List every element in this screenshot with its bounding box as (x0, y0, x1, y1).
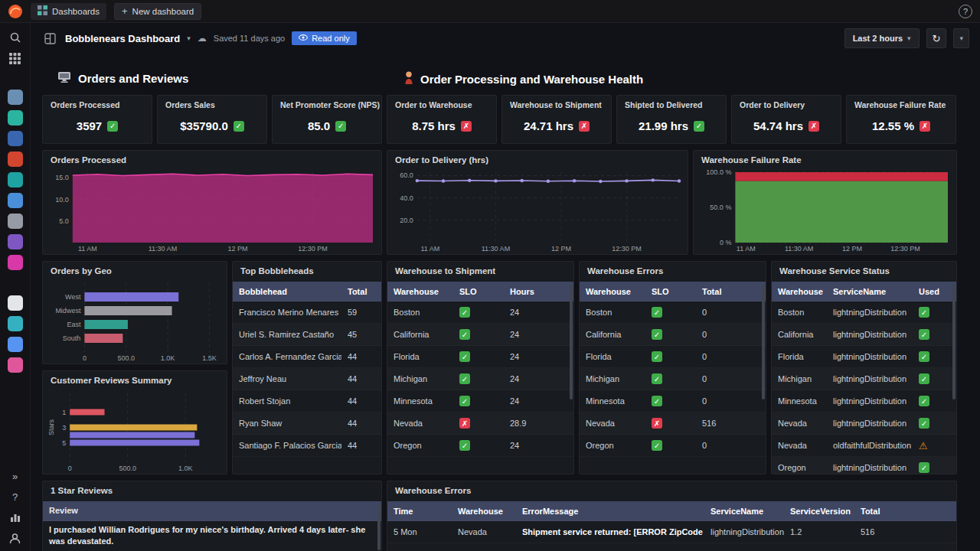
table-cell: Ryan Shaw (233, 419, 341, 428)
panel-title[interactable]: Warehouse Service Status (772, 262, 956, 280)
new-dashboard-button[interactable]: + New dashboard (114, 3, 201, 20)
bars-plugin-icon[interactable] (8, 337, 23, 352)
table-header-row: WarehouseServiceNameUsed (772, 282, 956, 302)
table-scrollbar[interactable] (952, 285, 956, 399)
column-header[interactable]: Total (341, 287, 381, 296)
table-scrollbar[interactable] (377, 504, 381, 550)
column-header[interactable]: ServiceName (827, 287, 913, 296)
column-header[interactable]: Bobblehead (233, 287, 341, 296)
chevron-down-icon[interactable]: ▾ (187, 34, 191, 42)
table-scrollbar[interactable] (570, 285, 573, 399)
panel-title[interactable]: Order to Delivery (hrs) (387, 151, 688, 169)
column-header[interactable]: Total (696, 287, 766, 296)
dashboard-title[interactable]: Bobblenears Dashboard (65, 33, 180, 44)
refresh-button[interactable]: ↻ (926, 28, 947, 48)
column-header[interactable]: Total (854, 507, 956, 516)
ok-status-icon: ✓ (459, 373, 470, 384)
panel-title[interactable]: Orders by Geo (43, 262, 227, 280)
grid-app-plugin-icon[interactable] (8, 193, 23, 208)
alert-plugin-icon[interactable] (8, 152, 23, 167)
expand-sidebar-icon[interactable]: » (6, 467, 24, 485)
panel-title[interactable]: Top Bobbleheads (233, 262, 381, 280)
orders-processed-chart[interactable]: 5.010.015.011 AM11:30 AM12 PM12:30 PM (47, 169, 377, 253)
column-header[interactable]: SLO (645, 287, 696, 296)
stat-title[interactable]: Orders Processed (43, 96, 152, 114)
search-icon[interactable] (6, 28, 24, 47)
wave-plugin-icon[interactable] (8, 110, 23, 126)
table-row: Florida✓0 (580, 346, 766, 368)
table-cell: 59 (341, 308, 381, 317)
column-header[interactable]: Warehouse (772, 287, 827, 296)
panel-title[interactable]: Orders Processed (43, 151, 381, 169)
table-scrollbar[interactable] (762, 285, 765, 399)
column-header[interactable]: ServiceName (704, 507, 784, 516)
panel-title[interactable]: Warehouse Errors (387, 481, 956, 500)
top-bobbleheads-table: BobbleheadTotalFrancisco Merino Menares5… (233, 282, 381, 474)
column-header[interactable]: ErrorMessage (516, 507, 704, 516)
pink-plugin-icon[interactable] (8, 357, 23, 373)
table-cell: lightningDistribution (827, 396, 913, 406)
table-cell: Nevada (387, 419, 453, 428)
column-header[interactable]: Time (387, 507, 452, 516)
table-cell: Minnesota (580, 396, 645, 406)
column-header[interactable]: Warehouse (452, 507, 516, 516)
orders-by-geo-chart[interactable]: 0500.01.0K1.5KWestMidwestEastSouth (47, 280, 222, 362)
panel-title[interactable]: Warehouse Failure Rate (694, 151, 956, 169)
panel-title[interactable]: 1 Star Reviews (43, 481, 381, 500)
stat-value: 21.99 hrs✓ (617, 119, 726, 132)
stat-title[interactable]: Order to Warehouse (387, 96, 496, 114)
readonly-badge[interactable]: Read only (292, 31, 357, 45)
stat-title[interactable]: Order to Delivery (732, 96, 841, 114)
stat-title[interactable]: Shipted to Delivered (617, 96, 726, 114)
refresh-interval-dropdown[interactable]: ▾ (953, 28, 969, 48)
column-header[interactable]: Warehouse (580, 287, 645, 296)
ok-status-icon: ✓ (919, 418, 929, 429)
doc-plugin-icon[interactable] (8, 295, 23, 311)
table-cell: Florida (387, 352, 453, 361)
column-header[interactable]: ServiceVersion (784, 507, 854, 516)
monitor-plugin-icon[interactable] (8, 90, 23, 105)
warehouse-failure-rate-chart[interactable]: 0 %50.0 %100.0 %11 AM11:30 AM12 PM12:30 … (698, 169, 952, 253)
table-cell: 44 (341, 441, 381, 450)
stat-title[interactable]: Net Promoter Score (NPS) (273, 96, 381, 114)
svg-text:1.5K: 1.5K (202, 354, 217, 362)
time-range-picker[interactable]: Last 2 hours ▾ (844, 28, 920, 48)
column-header[interactable]: SLO (453, 287, 504, 296)
table-row: OregonlightningDistribution✓ (772, 457, 956, 474)
table-cell: lightningDistribution (827, 463, 913, 472)
table-cell: 44 (341, 352, 381, 361)
globe-plugin-icon[interactable] (8, 131, 23, 146)
apps-grid-icon[interactable] (6, 49, 24, 67)
teal2-plugin-icon[interactable] (8, 316, 23, 331)
help-icon-sidebar[interactable]: ? (6, 487, 24, 506)
table-row: Ryan Shaw44 (233, 412, 381, 435)
panel-title[interactable]: Warehouse to Shipment (387, 262, 573, 280)
table-header-row: TimeWarehouseErrorMessageServiceNameServ… (387, 501, 956, 521)
panel-title[interactable]: Warehouse Errors (580, 262, 766, 280)
ok-status-icon: ✓ (459, 329, 470, 340)
profile-icon[interactable] (6, 529, 24, 547)
column-header[interactable]: Used (913, 287, 956, 296)
stats-icon[interactable] (6, 508, 24, 527)
help-icon[interactable]: ? (959, 5, 972, 18)
nav-dashboards[interactable]: Dashboards (31, 3, 106, 20)
stat-title[interactable]: Warehouse Failure Rate (847, 96, 956, 114)
column-header[interactable]: Hours (504, 287, 573, 296)
table-cell: 0 (696, 330, 766, 339)
order-to-delivery-chart[interactable]: 20.040.060.011 AM11:30 AM12 PM12:30 PM (392, 169, 683, 253)
column-header[interactable]: Warehouse (387, 287, 453, 296)
card-plugin-icon[interactable] (8, 214, 23, 229)
customer-reviews-summary-chart[interactable]: 0500.01.0K135Stars (47, 390, 222, 472)
teal-app-plugin-icon[interactable] (8, 172, 23, 187)
table-cell: Boston (772, 308, 827, 317)
table-row: NevadaoldfaithfulDistribution⚠ (772, 435, 956, 457)
panel-title[interactable]: Customer Reviews Summary (43, 371, 227, 390)
column-header[interactable]: Review (43, 505, 381, 517)
stat-title[interactable]: Warehouse to Shipment (502, 96, 611, 114)
grafana-logo-icon[interactable] (8, 4, 23, 19)
table-cell: 0 (696, 396, 766, 406)
purple-app-plugin-icon[interactable] (8, 234, 23, 249)
search-app-plugin-icon[interactable] (8, 255, 23, 270)
stat-title[interactable]: Orders Sales (158, 96, 266, 114)
dashboard-grid-icon[interactable] (41, 30, 58, 47)
